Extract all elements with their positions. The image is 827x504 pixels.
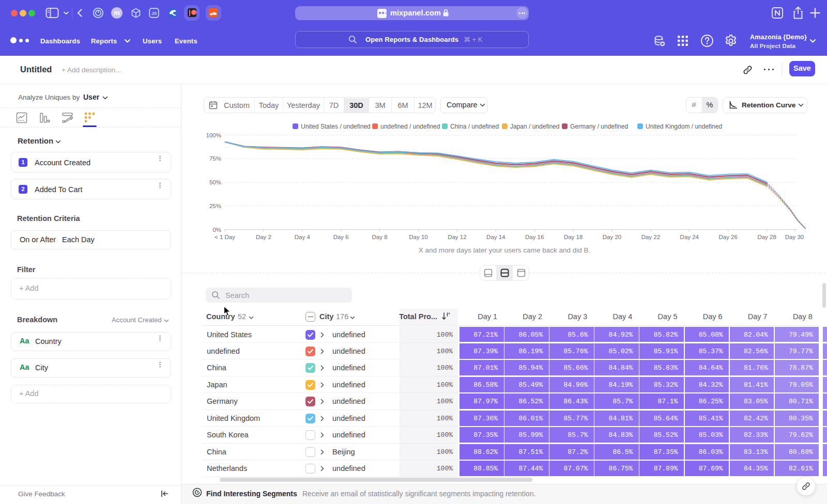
svg-text:Day 14: Day 14 [486,234,506,240]
svg-text:25%: 25% [209,203,221,209]
svg-text:Day 12: Day 12 [448,234,466,240]
svg-text:50%: 50% [209,179,221,185]
svg-text:Day 22: Day 22 [641,234,660,240]
svg-text:0%: 0% [212,227,221,233]
svg-text:Day 2: Day 2 [256,234,271,240]
svg-text:JS: JS [151,11,157,16]
svg-text:Day 16: Day 16 [525,234,544,240]
svg-text:Day 30: Day 30 [785,234,804,240]
svg-text:Day 24: Day 24 [680,234,699,240]
svg-text:Day 4: Day 4 [295,234,311,240]
svg-text:Day 10: Day 10 [409,234,427,240]
svg-text:100%: 100% [206,132,221,138]
svg-text:Day 8: Day 8 [372,234,388,240]
svg-text:< 1 Day: < 1 Day [215,234,235,240]
svg-text:75%: 75% [209,155,221,162]
svg-text:Day 28: Day 28 [757,234,776,240]
svg-text:Day 20: Day 20 [603,234,621,240]
svg-text:Day 26: Day 26 [718,234,737,240]
svg-text:Day 18: Day 18 [564,234,583,240]
svg-text:Day 6: Day 6 [333,234,349,240]
